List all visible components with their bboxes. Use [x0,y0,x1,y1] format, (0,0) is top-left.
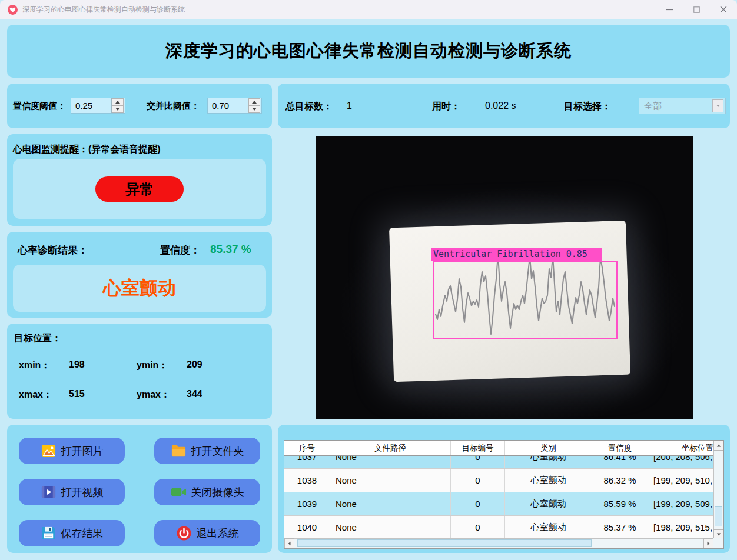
total-targets-value: 1 [347,101,352,111]
scrollbar-corner [713,538,723,548]
ymin-label: ymin： [137,359,168,372]
diagnosis-label: 心率诊断结果： [18,244,88,257]
table-header-row: 序号 文件路径 目标编号 类别 置信度 坐标位置 [284,441,723,456]
target-select-dropdown[interactable]: 全部 [639,98,726,114]
spin-down-icon[interactable] [248,106,260,114]
diagnosis-result: 心室颤动 [103,276,176,301]
xmin-value: 198 [69,359,85,370]
scroll-right-icon[interactable] [703,538,713,548]
video-icon [41,484,57,500]
close-icon[interactable] [710,0,737,19]
actions-panel: 打开图片 打开文件夹 打开视频 关闭摄像头 保存结果 退出系统 [7,425,272,553]
maximize-icon[interactable] [683,0,710,19]
window-title: 深度学习的心电图心律失常检测自动检测与诊断系统 [22,5,185,15]
diagnosis-result-box: 心室颤动 [13,265,266,312]
spin-up-icon[interactable] [248,98,260,106]
elapsed-time-value: 0.022 s [485,101,516,111]
app-header: 深度学习的心电图心律失常检测自动检测与诊断系统 [7,25,730,78]
col-header-target-id: 目标编号 [451,441,505,455]
diagnosis-panel: 心率诊断结果： 置信度： 85.37 % 心室颤动 [7,232,272,318]
table-row[interactable]: 1037 None 0 心室颤动 86.41 % [200, 208, 506,… [284,456,713,469]
table-row[interactable]: 1039 None 0 心室颤动 85.59 % [199, 209, 509,… [284,492,713,516]
image-icon [41,443,57,459]
confidence-threshold-label: 置信度阈值： [13,101,66,112]
detection-image-viewer: Ventricular Fibrillation 0.85 [316,136,693,419]
save-results-button[interactable]: 保存结果 [19,520,125,546]
detection-bounding-box [433,261,618,339]
col-header-index: 序号 [284,441,330,455]
ecg-monitor-panel: 心电图监测提醒：(异常会语音提醒) 异常 [7,134,272,226]
iou-threshold-label: 交并比阈值： [147,101,200,112]
open-video-button[interactable]: 打开视频 [19,479,125,505]
xmax-label: xmax： [19,389,52,401]
ymin-value: 209 [187,359,202,370]
table-row[interactable]: 1038 None 0 心室颤动 86.32 % [199, 209, 510,… [284,469,713,492]
iou-threshold-input[interactable] [208,98,248,113]
abnormal-status-badge: 异常 [95,176,184,202]
scroll-up-icon[interactable] [713,441,723,451]
page-title: 深度学习的心电图心律失常检测自动检测与诊断系统 [165,39,572,63]
vertical-scroll-thumb[interactable] [715,506,722,526]
elapsed-time-label: 用时： [432,101,460,113]
folder-icon [171,443,187,459]
xmin-label: xmin： [19,359,50,372]
table-row[interactable]: 1040 None 0 心室颤动 85.37 % [198, 209, 515,… [284,516,713,539]
ecg-monitor-title: 心电图监测提醒：(异常会语音提醒) [13,144,161,156]
minimize-icon[interactable] [656,0,683,19]
iou-threshold-spinner[interactable] [207,98,262,114]
ymax-value: 344 [187,389,202,399]
chevron-down-icon[interactable] [712,99,723,112]
col-header-filepath: 文件路径 [330,441,451,455]
save-icon [41,525,57,541]
detection-label: Ventricular Fibrillation 0.85 [431,248,602,261]
confidence-value: 85.37 % [210,243,251,256]
spin-down-icon[interactable] [112,106,124,114]
scroll-left-icon[interactable] [284,538,294,548]
target-position-title: 目标位置： [14,332,61,345]
vertical-scrollbar[interactable] [713,441,723,539]
table-body: 1037 None 0 心室颤动 86.41 % [200, 208, 506,… [284,456,713,539]
open-image-button[interactable]: 打开图片 [19,438,125,464]
camera-icon [171,484,187,500]
confidence-threshold-spinner[interactable] [71,98,125,114]
horizontal-scrollbar[interactable] [284,538,713,548]
open-folder-button[interactable]: 打开文件夹 [154,438,260,464]
col-header-category: 类别 [505,441,592,455]
target-select-value: 全部 [639,101,712,112]
target-select-label: 目标选择： [564,101,611,113]
close-camera-button[interactable]: 关闭摄像头 [154,479,260,505]
title-bar: 深度学习的心电图心律失常检测自动检测与诊断系统 [0,0,737,19]
exit-system-button[interactable]: 退出系统 [154,520,260,546]
target-position-panel: 目标位置： xmin： 198 ymin： 209 xmax： 515 ymax… [7,324,272,419]
confidence-threshold-input[interactable] [71,98,111,113]
confidence-label: 置信度： [160,244,200,257]
heart-app-icon [8,5,18,15]
col-header-confidence: 置信度 [592,441,648,455]
threshold-panel: 置信度阈值： 交并比阈值： [7,84,272,128]
total-targets-label: 总目标数： [285,101,333,113]
col-header-coords: 坐标位置 [648,441,713,455]
power-icon [176,525,192,541]
ecg-status-box: 异常 [13,159,266,219]
ymax-label: ymax： [137,389,170,401]
spin-up-icon[interactable] [112,98,124,106]
stats-panel: 总目标数： 1 用时： 0.022 s 目标选择： 全部 [278,84,730,128]
horizontal-scroll-thumb[interactable] [297,539,592,547]
results-table-panel: 序号 文件路径 目标编号 类别 置信度 坐标位置 1037 None 0 心室颤… [278,425,730,553]
results-table: 序号 文件路径 目标编号 类别 置信度 坐标位置 1037 None 0 心室颤… [284,440,724,549]
xmax-value: 515 [69,389,85,399]
